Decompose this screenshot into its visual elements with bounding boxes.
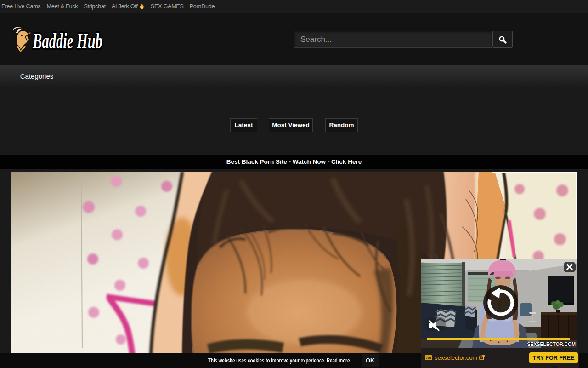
- svg-text:SEXSELECTOR.COM: SEXSELECTOR.COM: [527, 341, 576, 347]
- svg-text:Baddie Hub: Baddie Hub: [32, 29, 102, 53]
